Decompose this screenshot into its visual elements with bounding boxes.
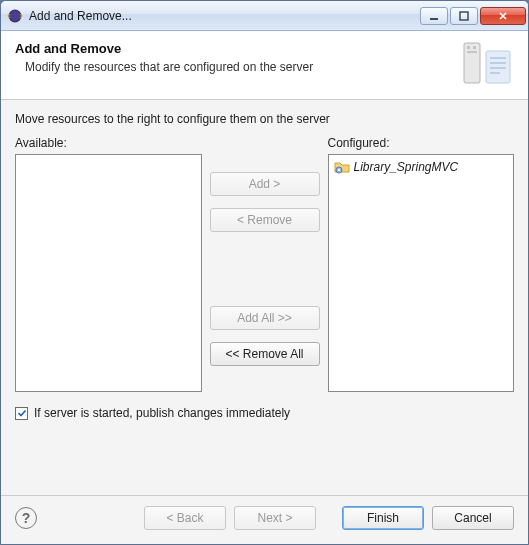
eclipse-icon: [7, 8, 23, 24]
titlebar[interactable]: Add and Remove...: [1, 1, 528, 31]
svg-rect-6: [467, 46, 470, 49]
add-button[interactable]: Add >: [210, 172, 320, 196]
configured-label: Configured:: [328, 136, 515, 150]
close-button[interactable]: [480, 7, 526, 25]
publish-checkbox-label: If server is started, publish changes im…: [34, 406, 290, 420]
list-item-label: Library_SpringMVC: [354, 160, 459, 174]
remove-all-button[interactable]: << Remove All: [210, 342, 320, 366]
wizard-banner: Add and Remove Modify the resources that…: [1, 31, 528, 100]
svg-rect-10: [490, 57, 506, 59]
svg-rect-12: [490, 67, 506, 69]
finish-button[interactable]: Finish: [342, 506, 424, 530]
available-listbox[interactable]: [15, 154, 202, 392]
content-area: Move resources to the right to configure…: [1, 100, 528, 495]
server-icon: [458, 41, 514, 87]
maximize-button[interactable]: [450, 7, 478, 25]
svg-rect-13: [490, 72, 500, 74]
svg-rect-8: [467, 51, 477, 53]
svg-rect-11: [490, 62, 506, 64]
wizard-footer: ? < Back Next > Finish Cancel: [1, 495, 528, 544]
svg-rect-4: [460, 12, 468, 20]
transfer-buttons: Add > < Remove Add All >> << Remove All: [210, 136, 320, 392]
svg-point-15: [337, 169, 339, 171]
window-buttons: [420, 7, 526, 25]
available-label: Available:: [15, 136, 202, 150]
list-item[interactable]: Library_SpringMVC: [332, 158, 511, 176]
window-title: Add and Remove...: [29, 9, 420, 23]
svg-rect-3: [430, 18, 438, 20]
svg-rect-7: [473, 46, 476, 49]
banner-heading: Add and Remove: [15, 41, 458, 56]
cancel-button[interactable]: Cancel: [432, 506, 514, 530]
minimize-button[interactable]: [420, 7, 448, 25]
banner-subheading: Modify the resources that are configured…: [25, 60, 458, 74]
next-button[interactable]: Next >: [234, 506, 316, 530]
svg-rect-5: [464, 43, 480, 83]
help-icon[interactable]: ?: [15, 507, 37, 529]
svg-point-2: [10, 11, 20, 21]
instruction-text: Move resources to the right to configure…: [15, 112, 514, 126]
project-icon: [334, 159, 350, 175]
dialog-window: Add and Remove... Add and Remove Modify …: [0, 0, 529, 545]
publish-checkbox[interactable]: [15, 407, 28, 420]
back-button[interactable]: < Back: [144, 506, 226, 530]
configured-listbox[interactable]: Library_SpringMVC: [328, 154, 515, 392]
add-all-button[interactable]: Add All >>: [210, 306, 320, 330]
remove-button[interactable]: < Remove: [210, 208, 320, 232]
